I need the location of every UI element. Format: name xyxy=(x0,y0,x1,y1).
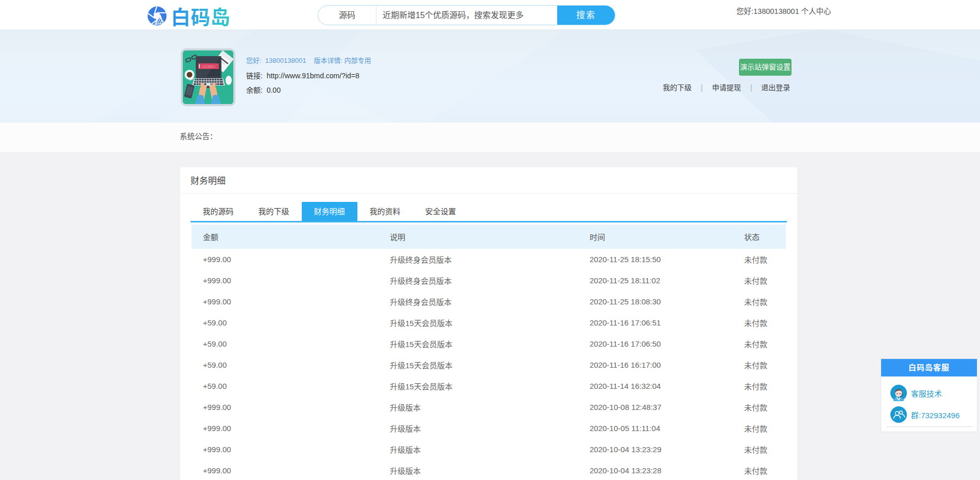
svg-text:<CODE>: <CODE> xyxy=(202,65,216,68)
